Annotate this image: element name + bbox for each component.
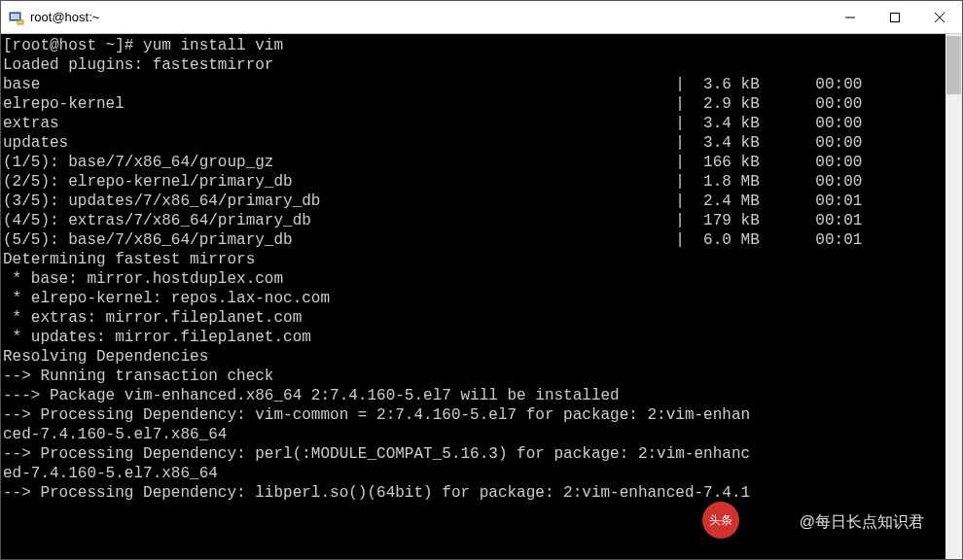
watermark-logo: 头条 <box>702 502 739 539</box>
titlebar[interactable]: root@host:~ <box>1 1 962 34</box>
terminal-line: ed-7.4.160-5.el7.x86_64 <box>3 464 945 483</box>
minimize-button[interactable] <box>828 1 873 33</box>
terminal-line: --> Processing Dependency: vim-common = … <box>3 405 945 425</box>
terminal-line: [root@host ~]# yum install vim <box>3 36 945 55</box>
terminal-line: * updates: mirror.fileplanet.com <box>3 328 945 347</box>
terminal-line: base | 3.6 kB 00:00 <box>3 75 945 94</box>
close-button[interactable] <box>917 1 962 33</box>
terminal-line: * elrepo-kernel: repos.lax-noc.com <box>3 289 945 308</box>
terminal-line: (5/5): base/7/x86_64/primary_db | 6.0 MB… <box>3 230 945 250</box>
svg-rect-2 <box>18 20 23 24</box>
window-title: root@host:~ <box>30 10 828 24</box>
terminal-line: ---> Package vim-enhanced.x86_64 2:7.4.1… <box>3 386 945 405</box>
maximize-button[interactable] <box>873 1 917 33</box>
svg-rect-4 <box>891 13 900 21</box>
window-controls <box>828 1 962 33</box>
terminal-line: --> Running transaction check <box>3 367 945 386</box>
terminal-window: root@host:~ [root@host ~]# yum install v… <box>0 0 963 560</box>
terminal-line: (2/5): elrepo-kernel/primary_db | 1.8 MB… <box>3 172 945 192</box>
terminal-output[interactable]: [root@host ~]# yum install vimLoaded plu… <box>1 34 945 559</box>
svg-rect-1 <box>11 14 19 19</box>
terminal-line: ced-7.4.160-5.el7.x86_64 <box>3 425 945 444</box>
terminal-line: (3/5): updates/7/x86_64/primary_db | 2.4… <box>3 192 945 211</box>
watermark-text: @每日长点知识君 <box>800 512 924 533</box>
terminal-line: Loaded plugins: fastestmirror <box>3 55 945 75</box>
terminal-line: updates | 3.4 kB 00:00 <box>3 133 945 153</box>
terminal-line: Determining fastest mirrors <box>3 250 945 269</box>
terminal-line: (1/5): base/7/x86_64/group_gz | 166 kB 0… <box>3 153 945 172</box>
terminal-area: [root@host ~]# yum install vimLoaded plu… <box>1 34 962 559</box>
terminal-line: Resolving Dependencies <box>3 347 945 367</box>
terminal-line: (4/5): extras/7/x86_64/primary_db | 179 … <box>3 211 945 230</box>
scrollbar[interactable] <box>945 34 962 559</box>
terminal-line: * base: mirror.hostduplex.com <box>3 269 945 289</box>
scrollbar-thumb[interactable] <box>946 36 961 94</box>
terminal-line: extras | 3.4 kB 00:00 <box>3 114 945 133</box>
terminal-line: * extras: mirror.fileplanet.com <box>3 308 945 328</box>
terminal-line: elrepo-kernel | 2.9 kB 00:00 <box>3 94 945 114</box>
putty-icon <box>9 10 24 25</box>
terminal-line: --> Processing Dependency: libperl.so()(… <box>3 483 945 503</box>
terminal-line: --> Processing Dependency: perl(:MODULE_… <box>3 444 945 464</box>
